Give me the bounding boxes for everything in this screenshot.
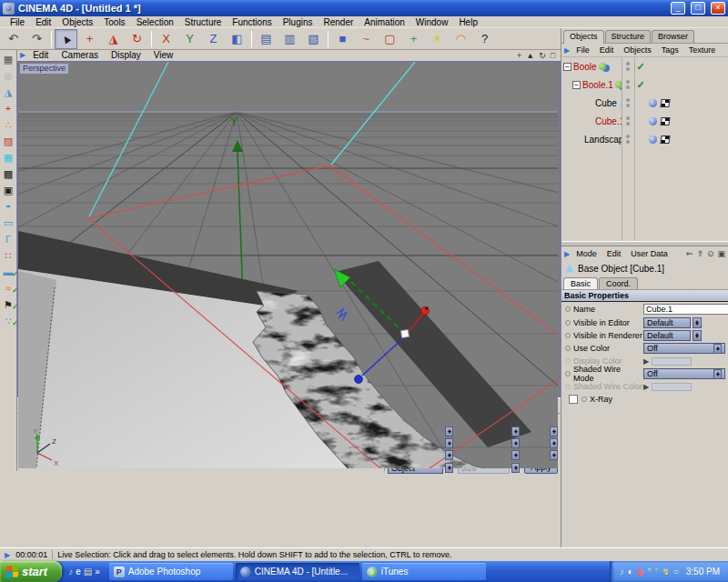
object-mode-icon[interactable]: ◓ <box>0 199 16 214</box>
tab-browser[interactable]: Browser <box>652 30 694 43</box>
menu-plugins[interactable]: Plugins <box>278 17 318 27</box>
quick-launch-itunes-icon[interactable]: ♪ <box>68 567 73 577</box>
menu-edit[interactable]: Edit <box>30 17 56 27</box>
messenger-tray-icon[interactable]: ◐ <box>628 567 633 577</box>
texture-mode-icon[interactable]: ▩ <box>0 166 16 181</box>
rotate-icon[interactable]: ↻ <box>126 29 148 49</box>
model-mode-icon[interactable]: ▭ <box>0 216 16 230</box>
add-light-icon[interactable]: ☀ <box>426 29 449 49</box>
viewport-menu-cameras[interactable]: Cameras <box>55 50 105 60</box>
kinematics-icon[interactable]: Γ <box>0 232 16 246</box>
quick-launch-ie-icon[interactable]: e <box>76 567 81 577</box>
viewport-menu-edit[interactable]: Edit <box>26 50 55 60</box>
expand-arrow-icon[interactable]: ▶ <box>643 357 649 366</box>
point-mode-icon[interactable]: ∴ <box>0 117 16 132</box>
tree-row-cube1[interactable]: Cube.1 <box>561 112 728 130</box>
undo-icon[interactable]: ↶ <box>2 29 25 49</box>
stepper-icon[interactable] <box>511 426 520 436</box>
task-button-photoshop[interactable]: P Adobe Photoshop <box>109 563 233 580</box>
phong-tag-icon[interactable] <box>649 99 657 107</box>
object-label[interactable]: Boole <box>573 62 597 72</box>
object-label[interactable]: Landscape <box>584 135 622 145</box>
tree-row-landscape[interactable]: Landscape <box>561 130 728 148</box>
use-color-dropdown[interactable]: Off <box>643 343 725 354</box>
move-icon[interactable]: + <box>78 29 101 49</box>
coordinate-system-icon[interactable]: ◧ <box>226 29 248 49</box>
layout-icon[interactable]: ▦ <box>0 52 16 66</box>
power-tray-icon[interactable]: ↯ <box>662 567 669 577</box>
back-icon[interactable]: ⇐ <box>686 249 693 258</box>
om-menu-tags[interactable]: Tags <box>657 45 683 55</box>
viewport-menu-view[interactable]: View <box>147 50 180 60</box>
viewport-label[interactable]: Perspective <box>20 64 68 74</box>
menu-window[interactable]: Window <box>410 17 454 27</box>
render-view-icon[interactable]: ▤ <box>255 29 278 49</box>
om-menu-edit[interactable]: Edit <box>595 45 619 55</box>
quick-launch-desktop-icon[interactable]: ▤ <box>84 567 92 577</box>
edge-mode-icon[interactable]: ▨ <box>0 134 16 148</box>
om-menu-texture[interactable]: Texture <box>684 45 721 55</box>
stepper-icon[interactable] <box>511 450 520 460</box>
expand-arrow-icon[interactable]: ▶ <box>643 383 649 391</box>
stepper-icon[interactable] <box>445 426 453 436</box>
start-button[interactable]: start <box>0 561 62 582</box>
stepper-icon[interactable] <box>445 438 453 448</box>
object-label[interactable]: Boole.1 <box>582 80 613 90</box>
texture-tag-icon[interactable] <box>660 99 670 107</box>
visibility-dots[interactable] <box>622 62 634 71</box>
enabled-check-icon[interactable]: ✓ <box>634 79 647 91</box>
texture-tag-icon[interactable] <box>660 117 670 125</box>
viewport-menu-display[interactable]: Display <box>105 50 147 60</box>
menu-help[interactable]: Help <box>453 17 483 27</box>
workplane-toggle-icon[interactable]: ⚑✓ <box>0 297 16 312</box>
add-cube-icon[interactable]: ■ <box>331 29 354 49</box>
menu-file[interactable]: File <box>5 17 30 27</box>
axis-mode-icon[interactable]: + <box>0 101 16 115</box>
rotate-view-icon[interactable]: ↻ <box>539 51 546 60</box>
menu-functions[interactable]: Functions <box>227 17 277 27</box>
dropdown-stepper-icon[interactable] <box>693 330 702 341</box>
am-menu-mode[interactable]: Mode <box>571 249 602 258</box>
add-null-icon[interactable]: ▢ <box>379 29 401 49</box>
volume-tray-icon[interactable]: ○ <box>673 567 679 577</box>
float-icon[interactable]: ▣ <box>717 249 725 258</box>
stepper-icon[interactable] <box>445 450 453 460</box>
visible-in-renderer-dropdown[interactable]: Default <box>643 330 691 341</box>
viewport-canvas[interactable]: Y <box>17 61 561 398</box>
object-label[interactable]: Cube <box>595 98 617 108</box>
antivirus-tray-icon[interactable]: ◆ <box>637 567 644 577</box>
task-button-cinema4d[interactable]: CINEMA 4D - [Untitle... <box>236 563 359 580</box>
polygon-mode-icon[interactable]: ▦ <box>0 150 16 165</box>
xray-checkbox[interactable] <box>569 395 578 404</box>
am-menu-userdata[interactable]: User Data <box>626 249 672 258</box>
render-settings-icon[interactable]: ▧ <box>302 29 325 49</box>
add-spline-icon[interactable]: ~ <box>355 29 378 49</box>
selection-filter-icon[interactable]: ∷ <box>0 248 16 263</box>
visibility-dots[interactable] <box>622 116 634 125</box>
visibility-dots[interactable] <box>622 80 634 89</box>
maximize-button[interactable]: □ <box>691 2 705 15</box>
phong-tag-icon[interactable] <box>649 117 657 125</box>
tab-objects[interactable]: Objects <box>563 30 604 44</box>
add-array-icon[interactable]: + <box>402 29 425 49</box>
close-button[interactable]: × <box>711 2 725 15</box>
tab-basic[interactable]: Basic <box>563 277 598 289</box>
tree-row-boole1[interactable]: − Boole.1 ✓ <box>561 75 728 94</box>
quick-launch-more-icon[interactable]: » <box>95 567 100 577</box>
am-menu-edit[interactable]: Edit <box>602 249 626 258</box>
lock-z-icon[interactable]: Z <box>202 29 225 49</box>
spline-snap-icon[interactable]: ≈✓ <box>0 281 16 296</box>
up-icon[interactable]: ⇑ <box>696 249 703 258</box>
network-tray-icon[interactable]: * <box>654 567 658 577</box>
texture-tag-icon[interactable] <box>660 135 670 144</box>
expander-icon[interactable]: − <box>572 81 581 89</box>
shaded-wire-mode-dropdown[interactable]: Off <box>643 368 725 379</box>
redo-icon[interactable]: ↷ <box>25 29 48 49</box>
phong-tag-icon[interactable] <box>649 135 657 144</box>
lock-x-icon[interactable]: X <box>155 29 177 49</box>
render-picture-viewer-icon[interactable]: ▥ <box>278 29 301 49</box>
stepper-icon[interactable] <box>550 426 558 436</box>
help-pointer-icon[interactable]: ? <box>473 29 496 49</box>
texture-axis-mode-icon[interactable]: ▣ <box>0 183 16 197</box>
om-menu-objects[interactable]: Objects <box>619 45 656 55</box>
